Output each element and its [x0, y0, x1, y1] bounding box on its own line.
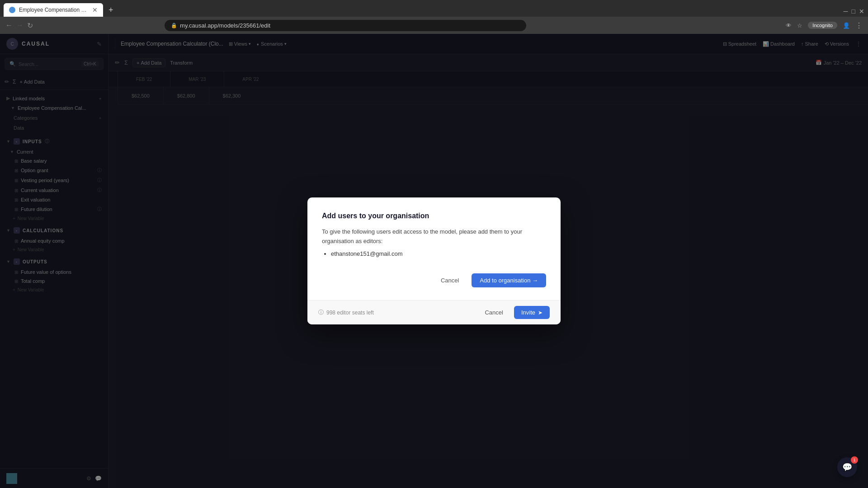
browser-tab-bar: Employee Compensation Calcu... ✕ + ─ □ ✕	[0, 0, 868, 17]
lock-icon: 🔒	[171, 23, 177, 28]
browser-nav-bar: ← → ↻ 🔒 my.causal.app/models/235661/edit…	[0, 17, 868, 34]
seats-text: 998 editor seats left	[326, 310, 374, 316]
add-users-modal: Add users to your organisation To give t…	[307, 197, 561, 325]
url-bar[interactable]: 🔒 my.causal.app/models/235661/edit	[165, 20, 526, 31]
main-content: Employee Compensation Calculator (Clo...…	[108, 34, 868, 488]
app-container: C CAUSAL ✎ 🔍 Search... Ctrl+K ✏ Σ + Add …	[0, 34, 868, 488]
extension-icon[interactable]: 👁	[786, 22, 792, 29]
menu-icon[interactable]: ⋮	[855, 21, 863, 30]
maximize-icon[interactable]: □	[852, 8, 855, 15]
browser-right-controls: 👁 ☆ Incognito 👤 ⋮	[786, 21, 863, 30]
browser-chrome: Employee Compensation Calcu... ✕ + ─ □ ✕…	[0, 0, 868, 34]
new-tab-button[interactable]: +	[105, 3, 117, 17]
back-icon[interactable]: ←	[5, 21, 13, 29]
modal-footer: Cancel Add to organisation →	[307, 266, 561, 300]
close-window-icon[interactable]: ✕	[859, 8, 864, 15]
reload-icon[interactable]: ↻	[27, 21, 33, 30]
window-controls: ─ □ ✕	[844, 8, 864, 17]
modal-body-text: To give the following users edit access …	[322, 227, 546, 246]
invite-button[interactable]: Invite ➤	[514, 306, 550, 319]
invite-bar: ⓘ 998 editor seats left Cancel Invite ➤	[307, 300, 561, 324]
modal-email-item: ethanstone151@gmail.com	[331, 250, 546, 257]
tab-close-icon[interactable]: ✕	[92, 6, 98, 14]
tab-label: Employee Compensation Calcu...	[19, 7, 89, 13]
modal-overlay: Add users to your organisation To give t…	[108, 34, 868, 488]
chat-bubble-icon: 💬	[842, 462, 852, 472]
profile-icon[interactable]: 👤	[843, 22, 850, 29]
invite-label: Invite	[521, 309, 535, 316]
send-icon: ➤	[538, 310, 542, 316]
tab-favicon	[9, 7, 15, 13]
invite-bar-actions: Cancel Invite ➤	[477, 306, 550, 319]
modal-body: Add users to your organisation To give t…	[307, 197, 561, 267]
modal-email-list: ethanstone151@gmail.com	[331, 250, 546, 257]
add-to-org-button[interactable]: Add to organisation →	[472, 273, 546, 287]
minimize-icon[interactable]: ─	[844, 8, 848, 15]
modal-cancel-button[interactable]: Cancel	[433, 273, 467, 287]
info-icon: ⓘ	[318, 309, 324, 316]
chat-notification-badge: 1	[851, 456, 858, 464]
browser-tab-active[interactable]: Employee Compensation Calcu... ✕	[4, 3, 103, 17]
forward-icon[interactable]: →	[16, 21, 24, 29]
invite-cancel-button[interactable]: Cancel	[477, 306, 510, 319]
url-text: my.causal.app/models/235661/edit	[180, 22, 270, 29]
chat-bubble[interactable]: 💬 1	[837, 457, 857, 477]
modal-title: Add users to your organisation	[322, 212, 546, 220]
bookmark-icon[interactable]: ☆	[797, 22, 802, 29]
seats-info: ⓘ 998 editor seats left	[318, 309, 374, 316]
incognito-badge: Incognito	[808, 22, 837, 29]
